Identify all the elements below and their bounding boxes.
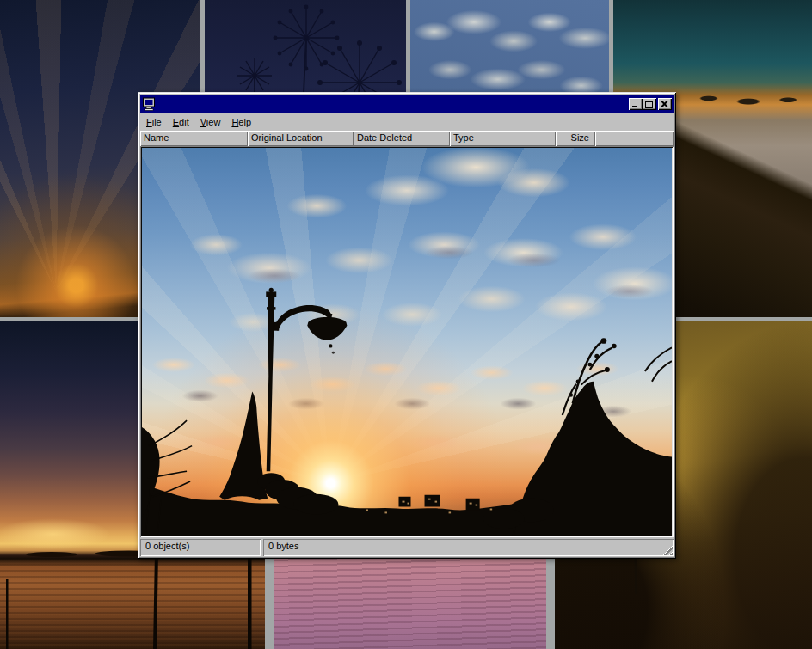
sunset-photo <box>142 148 672 536</box>
column-header-date-deleted[interactable]: Date Deleted <box>354 131 450 146</box>
photo-silhouettes <box>142 148 672 536</box>
menu-bar: File Edit View Help <box>140 113 674 131</box>
column-header-empty[interactable] <box>595 131 674 146</box>
column-header-name[interactable]: Name <box>140 131 248 146</box>
column-headers: Name Original Location Date Deleted Type… <box>140 131 674 146</box>
column-header-size[interactable]: Size <box>556 131 595 146</box>
minimize-icon <box>632 106 637 107</box>
folder-contents-view[interactable] <box>140 146 674 537</box>
recycle-bin-window: File Edit View Help Name Original Locati… <box>138 92 676 559</box>
computer-icon[interactable] <box>142 97 156 111</box>
menu-file[interactable]: File <box>141 114 168 130</box>
column-header-type[interactable]: Type <box>450 131 556 146</box>
status-object-count: 0 object(s) <box>140 539 261 556</box>
minimize-button[interactable] <box>629 98 643 110</box>
maximize-button[interactable] <box>643 98 656 110</box>
status-size: 0 bytes <box>263 539 674 556</box>
status-bar: 0 object(s) 0 bytes <box>140 537 674 556</box>
column-header-original-location[interactable]: Original Location <box>248 131 354 146</box>
close-button[interactable] <box>658 98 672 110</box>
menu-edit[interactable]: Edit <box>168 114 195 130</box>
menu-view[interactable]: View <box>195 114 227 130</box>
maximize-icon <box>645 101 653 108</box>
title-bar[interactable] <box>140 95 674 113</box>
menu-help[interactable]: Help <box>226 114 257 130</box>
